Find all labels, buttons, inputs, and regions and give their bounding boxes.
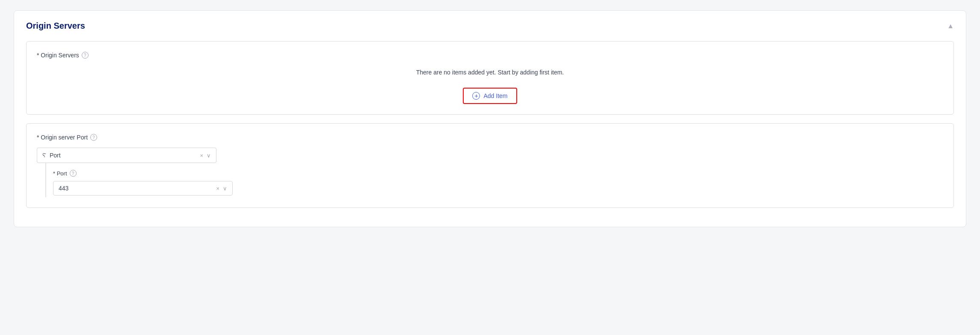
origin-servers-label: * Origin Servers ? xyxy=(37,52,943,59)
origin-server-port-label: * Origin server Port ? xyxy=(37,134,943,141)
port-sub-field-help-icon[interactable]: ? xyxy=(70,170,77,177)
port-sub-field-container: * Port ? 443 × ∨ xyxy=(45,163,943,197)
add-item-label: Add Item xyxy=(483,92,507,99)
page-title: Origin Servers xyxy=(26,21,85,31)
origin-server-port-help-icon[interactable]: ? xyxy=(90,134,97,141)
port-value-field[interactable]: 443 × ∨ xyxy=(53,181,233,196)
add-item-wrapper: + Add Item xyxy=(37,88,943,104)
port-value: 443 xyxy=(59,185,213,192)
origin-servers-section: * Origin Servers ? There are no items ad… xyxy=(26,41,954,115)
collapse-icon[interactable]: ▲ xyxy=(947,22,954,30)
port-select-field[interactable]: Ⲋ Port × ∨ xyxy=(37,148,216,163)
plus-circle-icon: + xyxy=(472,92,480,100)
port-select-wrapper: Ⲋ Port × ∨ * Port ? 443 × ∨ xyxy=(37,148,943,197)
origin-servers-help-icon[interactable]: ? xyxy=(82,52,89,59)
origin-server-port-section: * Origin server Port ? Ⲋ Port × ∨ * Port… xyxy=(26,123,954,208)
origin-servers-label-text: * Origin Servers xyxy=(37,52,79,59)
select-field-actions: × ∨ xyxy=(200,152,211,159)
port-value-clear-icon[interactable]: × xyxy=(216,185,219,192)
port-value-actions: × ∨ xyxy=(216,185,227,192)
select-chevron-icon[interactable]: ∨ xyxy=(207,152,211,159)
origin-server-port-label-text: * Origin server Port xyxy=(37,134,88,141)
select-clear-icon[interactable]: × xyxy=(200,152,203,159)
port-sub-field-label: * Port ? xyxy=(53,170,943,177)
network-icon: Ⲋ xyxy=(42,151,46,159)
port-sub-field-label-text: * Port xyxy=(53,170,67,177)
add-item-button[interactable]: + Add Item xyxy=(463,88,517,104)
main-container: Origin Servers ▲ * Origin Servers ? Ther… xyxy=(14,10,966,227)
port-value-chevron-icon[interactable]: ∨ xyxy=(223,185,227,192)
page-header: Origin Servers ▲ xyxy=(26,21,954,31)
empty-message: There are no items added yet. Start by a… xyxy=(37,65,943,79)
port-select-value: Port xyxy=(50,152,196,159)
